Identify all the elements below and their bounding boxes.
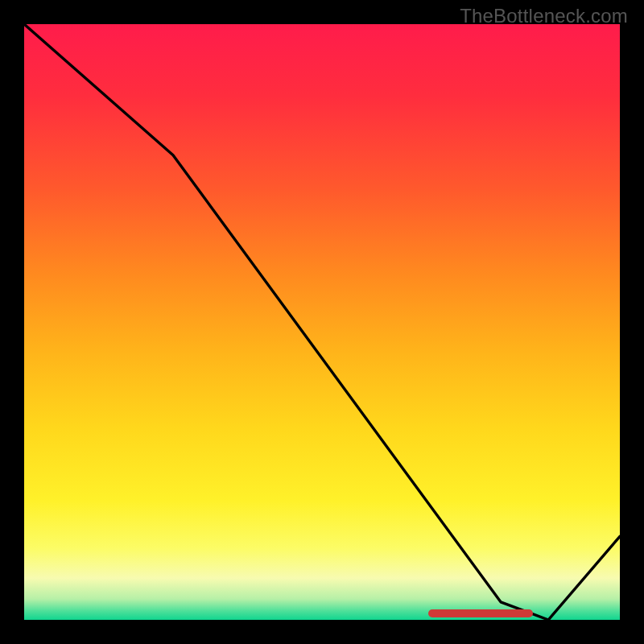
plot-svg (24, 24, 620, 620)
chart-stage: TheBottleneck.com (0, 0, 644, 644)
heat-background (24, 24, 620, 620)
plot-area (24, 24, 620, 620)
optimal-range-marker (428, 609, 533, 617)
